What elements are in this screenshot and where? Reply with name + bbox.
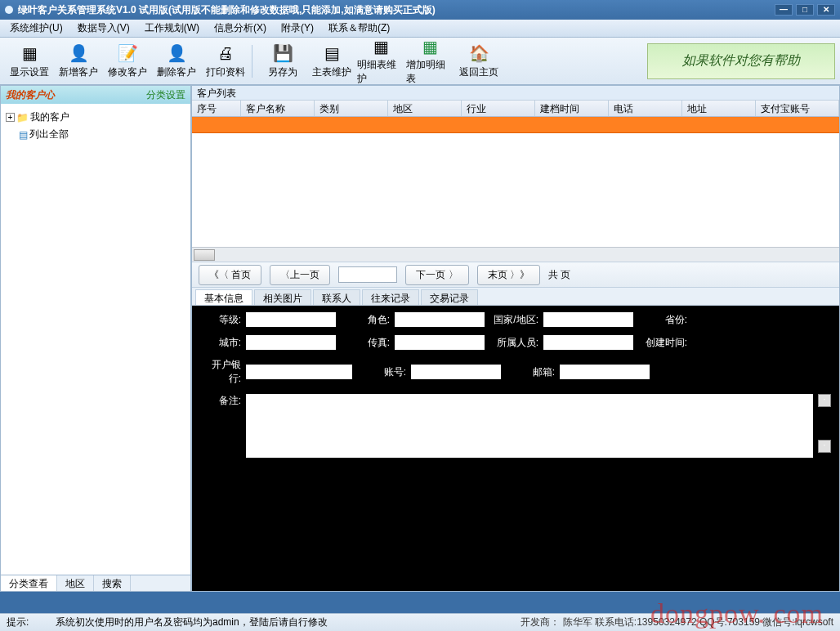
- grid-body[interactable]: [192, 133, 839, 247]
- status-bar: 提示: 系统初次使用时的用户名及密码均为admin，登陆后请自行修改 开发商： …: [0, 613, 840, 631]
- col-seq[interactable]: 序号: [192, 101, 241, 116]
- printer-icon: 🖨: [214, 43, 237, 64]
- pager: 《〈 首页 〈上一页 下一页 〉 末页 〉》 共 页: [192, 262, 839, 288]
- email-field[interactable]: [560, 365, 650, 379]
- sidebar: 我的客户心 分类设置 + 📁 我的客户 ▤ 列出全部 分类查看 地区 搜索: [0, 85, 191, 592]
- staff-field[interactable]: [543, 335, 633, 350]
- next-page-button[interactable]: 下一页 〉: [405, 265, 468, 285]
- grid-header: 序号 客户名称 类别 地区 行业 建档时间 电话 地址 支付宝账号: [192, 101, 839, 117]
- page-input[interactable]: [338, 266, 397, 283]
- menu-plan[interactable]: 工作规划(W): [141, 20, 203, 37]
- edit-icon: 📝: [116, 43, 139, 64]
- prov-label: 省份:: [638, 313, 687, 327]
- col-createtime[interactable]: 建档时间: [535, 101, 609, 116]
- toolbar: ▦显示设置 👤新增客户 📝修改客户 👤删除客户 🖨打印资料 💾另存为 ▤主表维护…: [0, 38, 840, 85]
- maximize-button[interactable]: □: [796, 4, 814, 16]
- list-title: 客户列表: [192, 86, 839, 101]
- menu-help[interactable]: 联系＆帮助(Z): [325, 20, 393, 37]
- tab-contacts[interactable]: 联系人: [313, 289, 360, 305]
- main-table-button[interactable]: ▤主表维护: [307, 41, 356, 82]
- menu-bar: 系统维护(U) 数据导入(V) 工作规划(W) 信息分析(X) 附录(Y) 联系…: [0, 20, 840, 38]
- tab-basic[interactable]: 基本信息: [195, 289, 252, 305]
- menu-import[interactable]: 数据导入(V): [74, 20, 133, 37]
- tab-search[interactable]: 搜索: [94, 575, 131, 591]
- col-phone[interactable]: 电话: [609, 101, 682, 116]
- role-field[interactable]: [395, 312, 485, 327]
- menu-analysis[interactable]: 信息分析(X): [211, 20, 270, 37]
- role-label: 角色:: [341, 313, 390, 327]
- add-customer-button[interactable]: 👤新增客户: [54, 41, 103, 82]
- tab-category[interactable]: 分类查看: [1, 575, 57, 591]
- delete-customer-button[interactable]: 👤删除客户: [152, 41, 201, 82]
- page-total: 共 页: [548, 268, 570, 282]
- list-icon: ▤: [19, 129, 28, 141]
- ctime-label: 创建时间:: [638, 336, 687, 350]
- acct-field[interactable]: [411, 365, 501, 379]
- level-label: 等级:: [200, 313, 241, 327]
- tab-images[interactable]: 相关图片: [254, 289, 311, 305]
- city-field[interactable]: [246, 335, 336, 350]
- spin-up-button[interactable]: ·: [818, 394, 831, 407]
- banner: 如果软件对您有帮助: [647, 43, 835, 79]
- scroll-thumb[interactable]: [194, 249, 215, 261]
- grid-icon: ▦: [18, 43, 41, 64]
- col-type[interactable]: 类别: [315, 101, 388, 116]
- tab-trade[interactable]: 交易记录: [421, 289, 478, 305]
- close-button[interactable]: ✕: [817, 4, 835, 16]
- col-region[interactable]: 地区: [388, 101, 462, 116]
- remark-field[interactable]: [246, 394, 813, 458]
- user-plus-icon: 👤: [67, 43, 90, 64]
- content: 客户列表 序号 客户名称 类别 地区 行业 建档时间 电话 地址 支付宝账号 《…: [191, 85, 840, 592]
- tree-node-mycustomers[interactable]: + 📁 我的客户: [6, 109, 185, 126]
- first-page-button[interactable]: 《〈 首页: [199, 265, 261, 285]
- horizontal-scrollbar[interactable]: [192, 247, 839, 262]
- tree-node-listall[interactable]: ▤ 列出全部: [6, 126, 185, 143]
- sidebar-title: 我的客户心: [6, 88, 55, 102]
- user-delete-icon: 👤: [165, 43, 188, 64]
- remark-label: 备注:: [200, 394, 241, 458]
- level-field[interactable]: [246, 312, 336, 327]
- region-field[interactable]: [543, 312, 633, 327]
- status-message: 系统初次使用时的用户名及密码均为admin，登陆后请自行修改: [56, 615, 521, 629]
- acct-label: 账号:: [357, 365, 406, 379]
- tab-region[interactable]: 地区: [57, 575, 94, 591]
- window-title: 绿叶客户关系管理系统V1.0 试用版(试用版不能删除和修改数据哦,只能添加,如满…: [18, 3, 775, 17]
- status-hint-label: 提示:: [7, 615, 56, 629]
- app-icon: [5, 6, 13, 14]
- col-alipay[interactable]: 支付宝账号: [756, 101, 839, 116]
- status-developer: 开发商： 陈华军 联系电话:13950324972 QQ号:703159 微信号…: [521, 615, 833, 629]
- detail-table-button[interactable]: ▦明细表维护: [356, 41, 405, 82]
- selected-row[interactable]: [192, 117, 839, 133]
- edit-customer-button[interactable]: 📝修改客户: [103, 41, 152, 82]
- staff-label: 所属人员:: [489, 336, 538, 350]
- table2-icon: ▦: [369, 37, 392, 56]
- sidebar-tabs: 分类查看 地区 搜索: [1, 575, 190, 591]
- col-industry[interactable]: 行业: [462, 101, 535, 116]
- separator: [252, 45, 257, 78]
- fax-label: 传真:: [341, 336, 390, 350]
- menu-system[interactable]: 系统维护(U): [7, 20, 66, 37]
- prev-page-button[interactable]: 〈上一页: [270, 265, 330, 285]
- detail-tabs: 基本信息 相关图片 联系人 往来记录 交易记录: [192, 288, 839, 306]
- tab-history[interactable]: 往来记录: [362, 289, 419, 305]
- bank-field[interactable]: [246, 365, 352, 379]
- menu-appendix[interactable]: 附录(Y): [278, 20, 317, 37]
- fax-field[interactable]: [395, 335, 485, 350]
- home-button[interactable]: 🏠返回主页: [454, 41, 503, 82]
- save-as-button[interactable]: 💾另存为: [258, 41, 307, 82]
- category-settings-link[interactable]: 分类设置: [146, 88, 185, 102]
- title-bar: 绿叶客户关系管理系统V1.0 试用版(试用版不能删除和修改数据哦,只能添加,如满…: [0, 0, 840, 20]
- add-detail-button[interactable]: ▦增加明细表: [405, 41, 454, 82]
- expand-icon[interactable]: +: [6, 113, 15, 122]
- last-page-button[interactable]: 末页 〉》: [477, 265, 540, 285]
- sidebar-header: 我的客户心 分类设置: [1, 86, 190, 104]
- display-settings-button[interactable]: ▦显示设置: [5, 41, 54, 82]
- minimize-button[interactable]: ―: [775, 4, 793, 16]
- tree: + 📁 我的客户 ▤ 列出全部: [1, 104, 190, 575]
- spin-down-button[interactable]: ·: [818, 440, 831, 453]
- home-icon: 🏠: [467, 43, 490, 64]
- detail-panel: 等级: 角色: 国家/地区: 省份: 城市: 传真: 所属人员: 创建时间: 开…: [192, 306, 839, 477]
- col-address[interactable]: 地址: [682, 101, 756, 116]
- col-name[interactable]: 客户名称: [241, 101, 315, 116]
- print-button[interactable]: 🖨打印资料: [201, 41, 250, 82]
